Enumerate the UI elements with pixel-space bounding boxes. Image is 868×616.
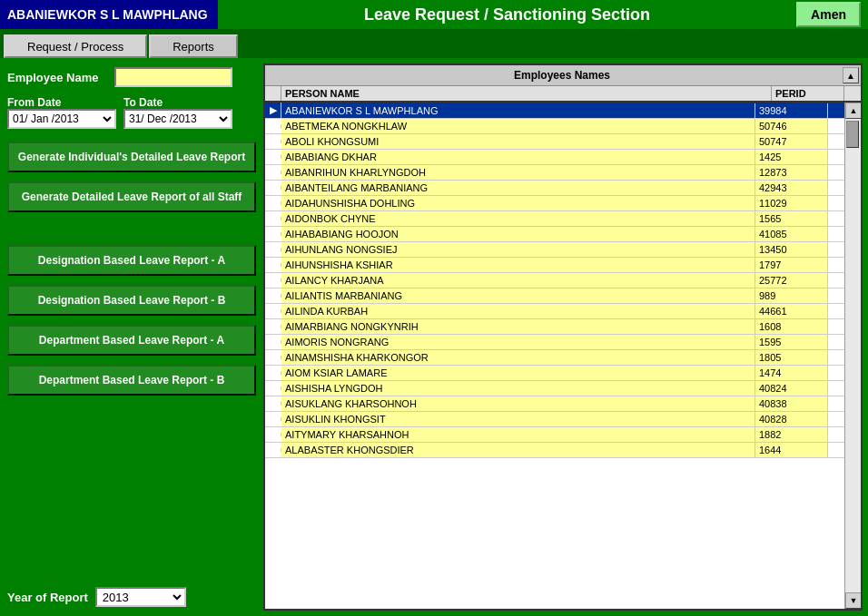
row-perid: 11029 (755, 196, 828, 210)
btn-desig-b[interactable]: Designation Based Leave Report - B (7, 285, 256, 316)
row-person-name: AILANCY KHARJANA (281, 273, 755, 288)
username-text: ABANIEWKOR S L MAWPHLANG (7, 7, 208, 22)
btn-all-staff-report[interactable]: Generate Detailed Leave Report of all St… (7, 181, 256, 212)
table-row[interactable]: AIBANTEILANG MARBANIANG42943 (265, 181, 844, 196)
row-selector-arrow (265, 325, 281, 328)
row-person-name: AIHUNSHISHA KSHIAR (281, 258, 755, 272)
row-selector-arrow (265, 140, 281, 143)
row-person-name: AIOM KSIAR LAMARE (281, 366, 755, 380)
row-perid: 989 (755, 288, 828, 303)
row-selector-arrow (265, 263, 281, 267)
row-perid: 42943 (755, 181, 828, 195)
year-label: Year of Report (7, 591, 88, 604)
row-perid: 44661 (755, 304, 828, 318)
table-title: Employees Names (281, 69, 843, 82)
row-person-name: AILIANTIS MARBANIANG (281, 288, 755, 303)
tab-request-process[interactable]: Request / Process (4, 34, 147, 58)
from-date-group: From Date 01/ Jan /2013 (7, 96, 116, 129)
row-perid: 40824 (755, 381, 828, 396)
amen-button[interactable]: Amen (796, 2, 861, 27)
employee-name-input[interactable] (114, 67, 232, 87)
row-selector-arrow (265, 232, 281, 236)
row-person-name: AIDAHUNSHISHA DOHLING (281, 196, 755, 210)
table-row[interactable]: AIDAHUNSHISHA DOHLING11029 (265, 196, 844, 211)
table-row[interactable]: AINAMSHISHA KHARKONGOR1805 (265, 350, 844, 366)
scroll-up-btn[interactable]: ▲ (843, 67, 859, 83)
row-selector-arrow (265, 186, 281, 190)
date-row: From Date 01/ Jan /2013 To Date 31/ Dec … (7, 96, 256, 129)
row-selector-arrow (265, 294, 281, 298)
table-row[interactable]: AIBANRIHUN KHARLYNGDOH12873 (265, 165, 844, 181)
table-row[interactable]: AILINDA KURBAH44661 (265, 304, 844, 319)
table-row[interactable]: ABOLI KHONGSUMI50747 (265, 134, 844, 150)
row-perid: 1608 (755, 319, 828, 334)
tab-reports[interactable]: Reports (149, 34, 238, 58)
row-selector-arrow (265, 371, 281, 375)
row-person-name: AIHUNLANG NONGSIEJ (281, 242, 755, 257)
table-row[interactable]: ▶ABANIEWKOR S L MAWPHLANG39984 (265, 103, 844, 119)
scroll-track[interactable] (845, 119, 861, 592)
employees-table: Employees Names ▲ PERSON NAME PERID ▶ABA… (263, 64, 863, 611)
table-row[interactable]: ABETMEKA NONGKHLAW50746 (265, 119, 844, 134)
btn-dept-a[interactable]: Department Based Leave Report - A (7, 325, 256, 356)
table-row[interactable]: AIHUNSHISHA KSHIAR1797 (265, 258, 844, 273)
vertical-scrollbar[interactable]: ▲ ▼ (844, 103, 861, 609)
table-header: Employees Names ▲ (265, 65, 861, 86)
row-selector-arrow (265, 402, 281, 406)
row-perid: 50746 (755, 119, 828, 133)
row-selector-arrow: ▶ (265, 103, 281, 118)
year-select[interactable]: 2013 (95, 587, 186, 607)
table-row[interactable]: AIHUNLANG NONGSIEJ13450 (265, 242, 844, 258)
btn-dept-b[interactable]: Department Based Leave Report - B (7, 365, 256, 396)
table-col-headers: PERSON NAME PERID (265, 86, 861, 103)
to-date-select[interactable]: 31/ Dec /2013 (123, 109, 232, 129)
row-selector-arrow (265, 433, 281, 436)
row-person-name: AISUKLANG KHARSOHNOH (281, 396, 755, 411)
btn-individual-report[interactable]: Generate Individual's Detailed Leave Rep… (7, 142, 256, 172)
employee-name-row: Employee Name (7, 67, 256, 87)
table-row[interactable]: AILANCY KHARJANA25772 (265, 273, 844, 288)
row-perid: 1425 (755, 150, 828, 164)
from-date-label: From Date (7, 96, 61, 109)
employee-name-label: Employee Name (7, 71, 107, 84)
row-person-name: AINAMSHISHA KHARKONGOR (281, 350, 755, 365)
row-selector-arrow (265, 155, 281, 159)
table-row[interactable]: AIMORIS NONGRANG1595 (265, 335, 844, 350)
row-person-name: AIHABABIANG HOOJON (281, 227, 755, 241)
row-perid: 40838 (755, 396, 828, 411)
row-selector-arrow (265, 309, 281, 313)
right-panel: Employees Names ▲ PERSON NAME PERID ▶ABA… (263, 58, 868, 616)
table-row[interactable]: AIDONBOK CHYNE1565 (265, 211, 844, 227)
row-perid: 1644 (755, 443, 828, 457)
row-selector-arrow (265, 448, 281, 452)
row-perid: 13450 (755, 242, 828, 257)
scroll-up-arrow[interactable]: ▲ (845, 103, 861, 119)
table-row[interactable]: AILIANTIS MARBANIANG989 (265, 288, 844, 304)
from-date-select[interactable]: 01/ Jan /2013 (7, 109, 116, 129)
table-row[interactable]: AITYMARY KHARSAHNOH1882 (265, 427, 844, 443)
row-person-name: AIBABIANG DKHAR (281, 150, 755, 164)
table-row[interactable]: AIBABIANG DKHAR1425 (265, 150, 844, 165)
main-content: Employee Name From Date 01/ Jan /2013 To… (0, 58, 868, 616)
row-person-name: ABOLI KHONGSUMI (281, 134, 755, 149)
table-row[interactable]: ALABASTER KHONGSDIER1644 (265, 443, 844, 458)
app-title: Leave Request / Sanctioning Section (218, 5, 796, 24)
btn-desig-a[interactable]: Designation Based Leave Report - A (7, 245, 256, 276)
table-row[interactable]: AIHABABIANG HOOJON41085 (265, 227, 844, 242)
table-row[interactable]: AISUKLANG KHARSOHNOH40838 (265, 396, 844, 412)
row-selector-arrow (265, 356, 281, 359)
row-selector-arrow (265, 171, 281, 174)
table-row[interactable]: AISHISHA LYNGDOH40824 (265, 381, 844, 396)
row-person-name: ALABASTER KHONGSDIER (281, 443, 755, 457)
year-row: Year of Report 2013 (7, 580, 256, 607)
table-row[interactable]: AIMARBIANG NONGKYNRIH1608 (265, 319, 844, 335)
row-perid: 41085 (755, 227, 828, 241)
scroll-thumb[interactable] (846, 121, 859, 148)
row-selector-arrow (265, 124, 281, 128)
row-person-name: AISUKLIN KHONGSIT (281, 412, 755, 426)
rows-area: ▶ABANIEWKOR S L MAWPHLANG39984ABETMEKA N… (265, 103, 844, 609)
table-row[interactable]: AIOM KSIAR LAMARE1474 (265, 366, 844, 381)
scroll-down-arrow[interactable]: ▼ (845, 592, 861, 609)
row-selector-arrow (265, 417, 281, 421)
table-row[interactable]: AISUKLIN KHONGSIT40828 (265, 412, 844, 427)
